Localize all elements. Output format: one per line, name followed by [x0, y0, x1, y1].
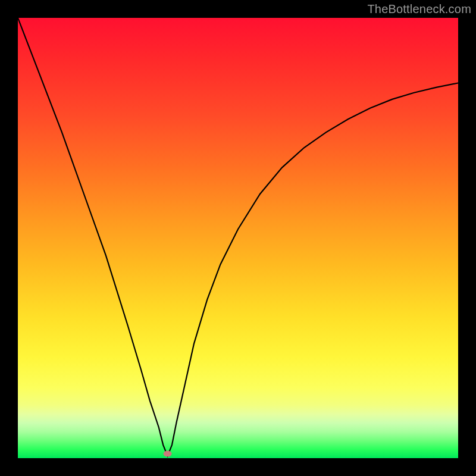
bottleneck-curve [18, 18, 458, 456]
optimum-marker-icon [164, 451, 172, 457]
chart-frame: TheBottleneck.com [0, 0, 476, 476]
plot-area [18, 18, 458, 458]
watermark-label: TheBottleneck.com [367, 2, 471, 16]
chart-svg [18, 18, 458, 458]
